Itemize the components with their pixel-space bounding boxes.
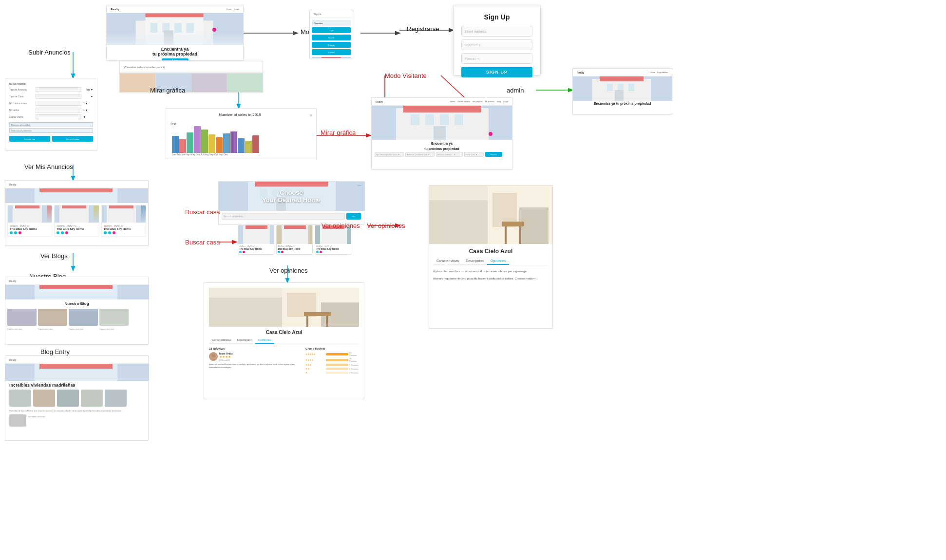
rating-row-3: ★★★ 7 Reviews [305, 363, 359, 366]
signup-username-field[interactable]: Username [461, 39, 532, 50]
btn-register-mock[interactable]: Register [312, 42, 351, 48]
admin-field-3[interactable]: Número habitaci... ▼ [436, 152, 463, 157]
blog-entry-img-4 [81, 390, 103, 407]
result-dot-2[interactable] [243, 251, 245, 253]
form-field-casa[interactable] [36, 94, 81, 99]
admin-nav-access[interactable]: Primer acceso [458, 100, 471, 103]
btn-login-mock[interactable]: Login [312, 27, 351, 33]
home-search-input[interactable]: Search properties... [222, 213, 345, 220]
result-dot-5[interactable] [316, 251, 319, 253]
blog-nav: Realty [5, 277, 148, 285]
admin-house-img [372, 106, 512, 140]
review-count: 23 Reviews [209, 347, 302, 350]
strip-img-3 [191, 74, 227, 92]
form-button-row: Calcular ruta Ver en el mapa [9, 136, 93, 142]
listings-nav-brand: Realty [9, 183, 16, 186]
form-map-btn[interactable]: Ver en el mapa [52, 136, 93, 142]
blog-entry-img-1 [9, 390, 31, 407]
form-field-hab[interactable] [36, 101, 81, 106]
svg-rect-85 [326, 315, 328, 327]
chart-card: Number of sales in 2019 ≡ Jan Feb Mar Ap… [166, 108, 317, 159]
list-icon-cyan-1[interactable] [10, 231, 13, 234]
result-dot-6[interactable] [320, 251, 322, 253]
admin-nav-props[interactable]: Mis propios [473, 100, 482, 103]
rating-bar-5 [326, 353, 348, 355]
right-tab-desc[interactable]: Descripcion [462, 258, 487, 265]
blog-entry-images [9, 390, 144, 407]
list-icon-cyan-6[interactable] [108, 231, 111, 234]
blog-card: Realty Nuestro Blog Caption text here Ca… [5, 277, 149, 345]
signup-button[interactable]: SIGN UP [461, 67, 532, 77]
form-field-banos[interactable] [36, 108, 81, 112]
buscar-casa-2-label: Buscar casa [185, 239, 220, 246]
admin-nav-items: Home Primer acceso Mis propios Mi proces… [450, 100, 508, 103]
admin-field-4[interactable]: Price: Low ▼ [464, 152, 484, 157]
signup-password-field[interactable]: Password [461, 53, 532, 64]
svg-rect-50 [7, 309, 37, 326]
svg-rect-19 [150, 23, 157, 33]
home-search-btn[interactable]: Go [346, 213, 361, 220]
list-icon-pink-2[interactable] [65, 231, 68, 234]
form-field-extras[interactable] [36, 114, 81, 119]
form-location-field[interactable]: Direccion o Localidad [9, 122, 93, 127]
result-dot-4[interactable] [281, 251, 284, 253]
tab-opiniones[interactable]: Opiniones [255, 337, 274, 344]
btn-contact-mock[interactable]: Contact [312, 49, 351, 55]
chart-menu[interactable]: ≡ [310, 113, 312, 118]
list-icon-pink-3[interactable] [113, 231, 115, 234]
nav-item-home[interactable]: Home [227, 8, 232, 10]
admin-nav-login[interactable]: Login [503, 100, 508, 103]
svg-point-88 [211, 354, 215, 357]
choose-home-hero: Choose Your Desired Home — [219, 182, 364, 211]
list-icon-cyan-4[interactable] [61, 231, 64, 234]
second-nav-home[interactable]: Home [650, 71, 655, 74]
blog-caption-4: Caption text here [99, 328, 129, 330]
svg-rect-84 [306, 315, 308, 327]
svg-rect-75 [284, 225, 306, 229]
form-field-tipo[interactable] [36, 87, 81, 92]
result-title-1: The Blue Sky Home [239, 247, 273, 250]
bar-10 [238, 138, 245, 153]
second-nav-login[interactable]: Login Admin [657, 71, 668, 74]
admin-nav-blog[interactable]: Blog [497, 100, 501, 103]
choose-home-search: Search properties... Go [219, 211, 364, 222]
admin-nav-process[interactable]: Mi proceso [485, 100, 495, 103]
casa-right-tabs: Caracteristicas Descripcion Opiniones [433, 258, 549, 265]
hero-title1: Encuentra ya [110, 47, 240, 52]
right-tab-char[interactable]: Caracteristicas [433, 258, 462, 265]
form-row-5: Extras Varios ▼ [9, 114, 93, 119]
list-icon-cyan-2[interactable] [14, 231, 17, 234]
registrarse-label: Registrarse [407, 25, 439, 33]
tab-caracteristicas[interactable]: Caracteristicas [209, 337, 234, 344]
result-dot-3[interactable] [278, 251, 280, 253]
rating-bar-1 [326, 372, 348, 374]
right-tab-opin[interactable]: Opiniones [487, 258, 510, 265]
blog-img-3 [69, 309, 98, 326]
tab-descripcion[interactable]: Descripcion [234, 337, 255, 344]
minimize-icon[interactable]: — [358, 183, 361, 187]
form-select-field[interactable]: Selecciona la selección [9, 128, 93, 133]
signup-email-field[interactable]: Email Address [461, 26, 532, 37]
result-dot-1[interactable] [239, 251, 242, 253]
list-icon-pink-1[interactable] [19, 231, 21, 234]
tab-properties[interactable]: Properties [312, 20, 351, 26]
btn-search-mock[interactable]: Search [312, 35, 351, 40]
bar-12 [252, 135, 259, 153]
svg-rect-57 [411, 114, 419, 125]
blog-small-caption: Increibles viviendas... [28, 414, 57, 427]
svg-rect-90 [429, 200, 488, 244]
list-icon-cyan-3[interactable] [57, 231, 59, 234]
svg-rect-31 [607, 84, 613, 91]
rating-bar-3 [326, 364, 348, 366]
svg-rect-33 [628, 84, 634, 91]
list-icon-cyan-5[interactable] [104, 231, 107, 234]
form-calc-route-btn[interactable]: Calcular ruta [9, 136, 50, 142]
admin-nav-home[interactable]: Home [450, 100, 455, 103]
rating-count-2: 4 Reviews [349, 368, 359, 370]
form-row-4: Nº baños 1 ▼ [9, 108, 93, 112]
admin-field-1[interactable]: Tipo de propiedad: Casa ▼ [375, 152, 404, 157]
admin-field-2[interactable]: Address: Localidad..CR ▼ [405, 152, 435, 157]
list-img-3 [102, 205, 146, 223]
nav-item-login[interactable]: Login [234, 8, 239, 10]
admin-search-btn[interactable]: Buscar [485, 152, 502, 157]
